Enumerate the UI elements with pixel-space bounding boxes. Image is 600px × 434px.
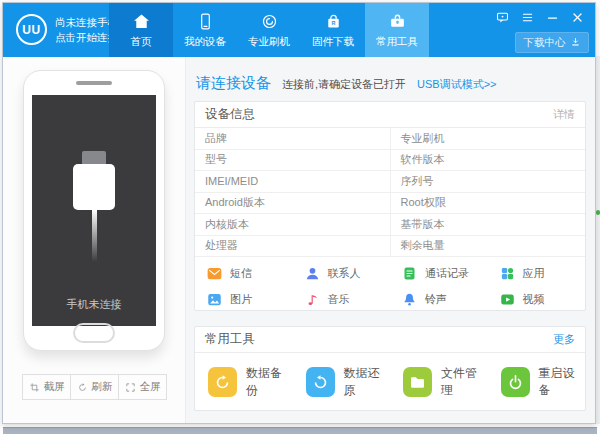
tab-label: 常用工具	[376, 35, 418, 49]
feature-ringtone[interactable]: 铃声	[390, 286, 488, 312]
info-label: 序列号	[391, 171, 586, 192]
table-row: IMEI/MEID序列号	[195, 171, 585, 193]
contacts-icon	[305, 266, 320, 281]
panel-button-label: 全屏	[140, 380, 161, 394]
info-label: Root权限	[391, 193, 586, 214]
tools-grid: 数据备份数据还原文件管理重启设备	[195, 353, 585, 411]
tab-label: 我的设备	[184, 35, 226, 49]
apps-icon	[500, 266, 515, 281]
download-center-label: 下载中心	[524, 36, 566, 50]
minimize-button[interactable]	[544, 10, 560, 24]
table-row: 品牌专业刷机	[195, 128, 585, 150]
tab-label: 首页	[131, 35, 152, 49]
connect-title: 请连接设备	[196, 74, 271, 93]
connect-header: 请连接设备 连接前,请确定设备已打开 USB调试模式>>	[196, 74, 497, 93]
device-info-table: 品牌专业刷机型号软件版本IMEI/MEID序列号Android版本Root权限内…	[195, 128, 585, 257]
app-logo: UU	[16, 14, 47, 45]
feature-video[interactable]: 视频	[488, 286, 586, 312]
fullscreen-button[interactable]: 全屏	[118, 375, 166, 399]
app-window: UU 尚未连接手机 点击开始连接 首页我的设备专业刷机R固件下载常用工具 下载中…	[2, 2, 596, 424]
sms-icon	[207, 266, 222, 281]
info-label: 处理器	[195, 236, 391, 257]
feature-label: 应用	[523, 266, 545, 281]
device-info-card: 设备信息 详情 品牌专业刷机型号软件版本IMEI/MEID序列号Android版…	[194, 101, 586, 311]
nav-tabs: 首页我的设备专业刷机R固件下载常用工具	[109, 3, 429, 57]
feature-label: 视频	[523, 292, 545, 307]
device-preview-panel: 手机未连接 截屏刷新全屏	[3, 57, 186, 423]
info-label: 专业刷机	[391, 128, 586, 149]
music-icon	[305, 292, 320, 307]
table-row: 处理器剩余电量	[195, 236, 585, 258]
feature-apps[interactable]: 应用	[488, 260, 586, 286]
tab-home[interactable]: 首页	[109, 3, 173, 57]
close-icon	[571, 11, 584, 24]
tools-icon	[388, 12, 407, 32]
desktop: UU 尚未连接手机 点击开始连接 首页我的设备专业刷机R固件下载常用工具 下载中…	[0, 0, 600, 434]
screen-action-buttons: 截屏刷新全屏	[22, 374, 167, 400]
device-icon	[196, 12, 215, 32]
tool-label: 重启设备	[539, 365, 585, 399]
feature-contacts[interactable]: 联系人	[293, 260, 391, 286]
tool-backup[interactable]: 数据备份	[195, 365, 293, 399]
device-info-detail-link[interactable]: 详情	[553, 107, 575, 122]
feedback-button[interactable]	[494, 10, 510, 24]
phone-home-button	[73, 323, 115, 343]
feature-label: 铃声	[425, 292, 447, 307]
tab-tools[interactable]: 常用工具	[365, 3, 429, 57]
tab-label: 固件下载	[312, 35, 354, 49]
info-label: Android版本	[195, 193, 391, 214]
info-label: IMEI/MEID	[195, 171, 391, 192]
minimize-icon	[546, 11, 559, 24]
phone-not-connected-text: 手机未连接	[32, 297, 156, 312]
screenshot-button[interactable]: 截屏	[23, 375, 70, 399]
panel-button-label: 刷新	[92, 380, 113, 394]
menu-button[interactable]	[519, 10, 535, 24]
download-icon	[570, 37, 581, 48]
svg-text:R: R	[331, 20, 335, 26]
usb-cable-icon	[72, 151, 116, 262]
tool-label: 文件管理	[441, 365, 487, 399]
device-info-title: 设备信息	[205, 106, 255, 123]
feature-pictures[interactable]: 图片	[195, 286, 293, 312]
tool-label: 数据还原	[344, 365, 390, 399]
close-button[interactable]	[569, 10, 585, 24]
restore-icon	[306, 367, 335, 397]
ringtone-icon	[402, 292, 417, 307]
fullscreen-icon	[125, 382, 136, 393]
background-green-dot	[596, 210, 600, 215]
flash-icon	[260, 12, 279, 32]
feature-label: 短信	[230, 266, 252, 281]
refresh-button[interactable]: 刷新	[70, 375, 118, 399]
info-label: 品牌	[195, 128, 391, 149]
tab-device[interactable]: 我的设备	[173, 3, 237, 57]
feature-label: 通话记录	[425, 266, 469, 281]
feedback-icon	[496, 11, 509, 24]
usb-debug-mode-link[interactable]: USB调试模式>>	[417, 77, 496, 92]
tool-restore[interactable]: 数据还原	[293, 365, 391, 399]
table-row: 内核版本基带版本	[195, 214, 585, 236]
tab-flash[interactable]: 专业刷机	[237, 3, 301, 57]
common-tools-title: 常用工具	[205, 331, 255, 348]
window-controls	[494, 10, 585, 24]
phone-illustration: 手机未连接	[23, 70, 165, 351]
file-manager-icon	[403, 367, 432, 397]
video-icon	[500, 292, 515, 307]
feature-shortcuts: 短信联系人通话记录应用图片音乐铃声视频	[195, 257, 585, 312]
feature-call-log[interactable]: 通话记录	[390, 260, 488, 286]
tools-more-link[interactable]: 更多	[553, 332, 575, 347]
reboot-icon	[501, 367, 530, 397]
top-navigation-bar: UU 尚未连接手机 点击开始连接 首页我的设备专业刷机R固件下载常用工具 下载中…	[3, 3, 595, 57]
feature-label: 音乐	[328, 292, 350, 307]
download-center-button[interactable]: 下载中心	[515, 32, 589, 53]
refresh-icon	[77, 382, 88, 393]
tab-firmware[interactable]: R固件下载	[301, 3, 365, 57]
tab-label: 专业刷机	[248, 35, 290, 49]
backup-icon	[208, 367, 237, 397]
phone-screen: 手机未连接	[32, 95, 156, 326]
feature-sms[interactable]: 短信	[195, 260, 293, 286]
home-icon	[132, 12, 151, 32]
tool-file-manager[interactable]: 文件管理	[390, 365, 488, 399]
feature-music[interactable]: 音乐	[293, 286, 391, 312]
table-row: Android版本Root权限	[195, 193, 585, 215]
tool-reboot[interactable]: 重启设备	[488, 365, 586, 399]
